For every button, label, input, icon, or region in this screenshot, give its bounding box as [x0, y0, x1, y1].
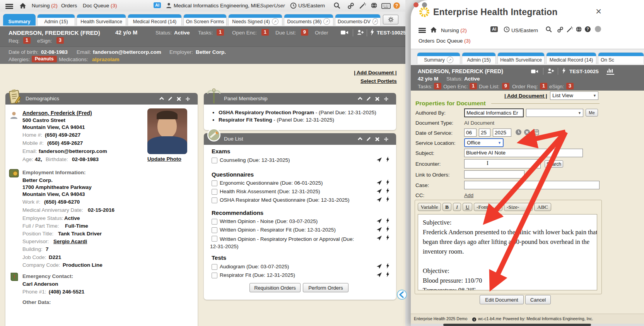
patient-name-link[interactable]: Anderson, Frederick (Fred): [22, 110, 92, 116]
open-enc-badge[interactable]: 1: [470, 83, 477, 89]
chart-id[interactable]: TEST-10025: [569, 69, 599, 74]
chart-id[interactable]: TEST-10025: [377, 30, 406, 36]
external-link-icon[interactable]: ↗: [372, 18, 378, 25]
req-badge[interactable]: 1: [23, 37, 31, 44]
authored-by-input[interactable]: Medical Informatics Er: [464, 108, 524, 117]
nav-doc-queue[interactable]: Doc Queue (3): [436, 38, 471, 44]
cc-add-link[interactable]: Add: [464, 192, 473, 198]
requisition-orders-button[interactable]: Requisition Orders: [249, 283, 301, 292]
edit-icon[interactable]: [366, 136, 371, 142]
panel-close-icon[interactable]: ×: [596, 7, 601, 15]
tab-health-surveillance[interactable]: Health Surveillance: [497, 52, 545, 64]
edit-icon[interactable]: [366, 96, 371, 101]
move-icon[interactable]: [185, 96, 191, 102]
tab-on-screen-forms[interactable]: On Sc: [598, 52, 644, 64]
move-icon[interactable]: [383, 96, 389, 102]
bolt-icon[interactable]: [386, 234, 390, 240]
home-icon[interactable]: [430, 26, 437, 33]
due-item-checkbox[interactable]: [212, 189, 217, 195]
send-icon[interactable]: [376, 235, 382, 241]
medication-value[interactable]: alprazolam: [92, 57, 120, 62]
dos-year-input[interactable]: 2025: [493, 129, 511, 137]
edit-icon[interactable]: [167, 96, 173, 101]
bolt-icon[interactable]: [386, 187, 390, 194]
nav-orders[interactable]: Orders: [61, 3, 77, 9]
panel-collapse-arrow[interactable]: [397, 290, 407, 300]
nav-nursing[interactable]: Nursing (2): [32, 3, 58, 9]
due-item-checkbox[interactable]: [212, 264, 217, 270]
due-list-badge[interactable]: 9: [301, 29, 308, 36]
tab-on-screen-forms[interactable]: On Screen Forms: [183, 14, 227, 26]
bolt-icon[interactable]: [386, 196, 390, 202]
info-icon[interactable]: i: [472, 316, 477, 322]
clock-icon[interactable]: [290, 2, 297, 9]
home-icon[interactable]: [19, 2, 26, 9]
window-gray-dot[interactable]: [422, 2, 427, 7]
link-icon[interactable]: [347, 2, 354, 9]
search-icon[interactable]: [333, 2, 341, 9]
help-icon[interactable]: ?: [393, 2, 400, 9]
tab-summary[interactable]: Summary: [3, 14, 36, 26]
due-item-checkbox[interactable]: [212, 180, 217, 186]
add-person-icon[interactable]: [547, 68, 554, 74]
bolt-icon[interactable]: [386, 263, 390, 269]
dos-day-input[interactable]: 25: [479, 129, 490, 137]
panel-membership-header[interactable]: Panel Membership: [204, 93, 396, 105]
tab-documents[interactable]: Documents (36)↗: [284, 14, 333, 26]
close-icon[interactable]: [375, 96, 380, 101]
tab-medical-record[interactable]: Medical Record (14): [546, 52, 596, 64]
due-list-badge[interactable]: 9: [502, 83, 509, 89]
hamburger-menu-icon[interactable]: [419, 27, 426, 34]
clock-icon[interactable]: [504, 26, 510, 33]
ai-badge[interactable]: AI: [490, 26, 498, 32]
document-text-area[interactable]: Subjective: Frederick Anderson presented…: [418, 214, 597, 290]
close-icon[interactable]: [176, 96, 181, 101]
nav-doc-queue[interactable]: Doc Queue (3): [83, 3, 117, 9]
perform-orders-button[interactable]: Perform Orders: [303, 283, 348, 292]
hamburger-menu-icon[interactable]: [5, 3, 13, 10]
due-list-header[interactable]: Due List: [204, 133, 396, 145]
help-icon[interactable]: ?: [584, 26, 591, 33]
service-location-select[interactable]: Office▼: [464, 138, 504, 147]
editor-spellcheck-button[interactable]: ABC: [534, 203, 551, 211]
open-enc-badge[interactable]: 1: [261, 29, 269, 36]
add-document-link[interactable]: | Add Document |: [354, 70, 397, 75]
add-person-icon[interactable]: [357, 29, 364, 36]
due-item-checkbox[interactable]: [212, 158, 217, 163]
tasks-badge[interactable]: 1: [217, 29, 224, 36]
select-portlets-link[interactable]: Select Portlets: [360, 78, 397, 84]
close-icon[interactable]: [375, 136, 380, 142]
user-icon[interactable]: [166, 2, 172, 9]
wand-icon[interactable]: [359, 2, 366, 9]
keyboard-icon[interactable]: [381, 3, 391, 9]
send-icon[interactable]: [376, 179, 382, 185]
due-item-checkbox[interactable]: [212, 197, 217, 203]
editor-bold-button[interactable]: B: [442, 203, 451, 211]
bolt-icon[interactable]: [386, 226, 390, 232]
tasks-badge[interactable]: 1: [434, 83, 441, 89]
bolt-icon[interactable]: [370, 29, 375, 36]
video-camera-icon[interactable]: [531, 68, 539, 74]
tab-medical-record[interactable]: Medical Record (14): [128, 14, 182, 26]
search-button[interactable]: Search: [545, 160, 563, 168]
tabs-settings-button[interactable]: [383, 15, 398, 24]
time-icon[interactable]: [515, 129, 522, 136]
tab-needs-signed[interactable]: Needs Signed (4)↗: [228, 14, 282, 26]
nav-orders[interactable]: Orders: [419, 38, 434, 44]
due-item-checkbox[interactable]: [212, 227, 217, 233]
bolt-icon[interactable]: [386, 271, 390, 277]
subject-input[interactable]: BlueHive AI Note: [464, 149, 583, 157]
collapse-icon[interactable]: [357, 96, 363, 101]
send-icon[interactable]: [376, 218, 382, 224]
timezone-label[interactable]: US/Eastern: [298, 3, 325, 9]
send-icon[interactable]: [376, 188, 382, 194]
bolt-icon[interactable]: [386, 156, 390, 162]
video-camera-icon[interactable]: [340, 29, 349, 36]
external-link-icon[interactable]: ↗: [272, 18, 278, 25]
send-icon[interactable]: [376, 196, 382, 202]
horizontal-scrollbar[interactable]: [411, 324, 644, 326]
window-red-dot[interactable]: [413, 2, 419, 7]
tab-summary[interactable]: Summary↗: [417, 52, 460, 64]
edit-document-button[interactable]: Edit Document: [480, 295, 524, 304]
cancel-button[interactable]: Cancel: [525, 295, 551, 304]
